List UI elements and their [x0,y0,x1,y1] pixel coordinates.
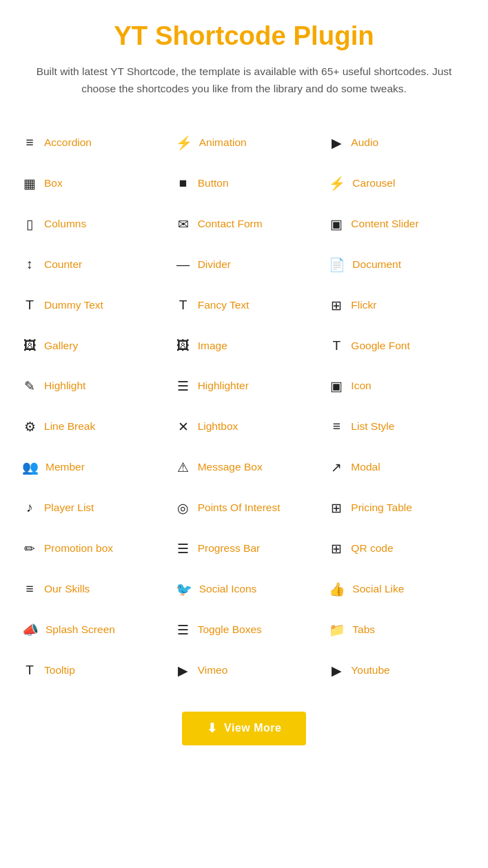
contact-form-label: Contact Form [198,218,263,230]
grid-item-columns[interactable]: ▯Columns [14,204,167,245]
message-box-label: Message Box [198,461,263,473]
highlighter-label: Highlighter [198,380,249,392]
view-more-section: ⬇ View More [14,712,474,759]
grid-item-image[interactable]: 🖼Image [167,326,321,366]
grid-item-content-slider[interactable]: ▣Content Slider [321,204,474,245]
columns-icon: ▯ [22,216,37,232]
grid-item-pricing-table[interactable]: ⊞Pricing Table [321,488,474,528]
grid-item-fancy-text[interactable]: TFancy Text [167,285,321,326]
grid-item-counter[interactable]: ↕Counter [14,245,167,285]
grid-item-tabs[interactable]: 📁Tabs [321,610,474,650]
grid-item-highlighter[interactable]: ☰Highlighter [167,366,321,406]
player-list-icon: ♪ [22,500,37,515]
points-of-interest-label: Points Of Interest [198,502,281,514]
grid-item-progress-bar[interactable]: ☰Progress Bar [167,528,321,569]
grid-item-list-style[interactable]: ≡List Style [321,406,474,447]
carousel-label: Carousel [352,177,395,189]
grid-item-promotion-box[interactable]: ✏Promotion box [14,528,167,569]
list-style-label: List Style [351,420,394,433]
highlighter-icon: ☰ [176,378,191,394]
toggle-boxes-label: Toggle Boxes [198,623,262,636]
grid-item-button[interactable]: ■Button [167,163,321,204]
member-label: Member [45,461,85,473]
youtube-icon: ▶ [329,663,344,679]
splash-screen-icon: 📣 [22,622,39,638]
grid-item-divider[interactable]: —Divider [167,245,321,285]
audio-label: Audio [351,136,378,149]
grid-item-lightbox[interactable]: ✕Lightbox [167,406,321,447]
google-font-label: Google Font [351,340,409,352]
tooltip-label: Tooltip [44,664,75,676]
document-icon: 📄 [329,257,345,273]
contact-form-icon: ✉ [176,216,191,232]
promotion-box-label: Promotion box [44,542,113,555]
grid-item-animation[interactable]: ⚡Animation [167,123,321,163]
grid-item-accordion[interactable]: ≡Accordion [14,123,167,163]
vimeo-label: Vimeo [198,664,228,676]
grid-item-vimeo[interactable]: ▶Vimeo [167,650,321,691]
button-label: Button [198,177,229,189]
grid-item-highlight[interactable]: ✎Highlight [14,366,167,406]
box-icon: ▦ [22,176,37,192]
grid-item-message-box[interactable]: ⚠Message Box [167,447,321,488]
social-like-icon: 👍 [329,581,345,597]
gallery-label: Gallery [44,340,78,352]
grid-item-splash-screen[interactable]: 📣Splash Screen [14,610,167,650]
audio-icon: ▶ [329,135,344,151]
grid-item-modal[interactable]: ↗Modal [321,447,474,488]
gallery-icon: 🖼 [22,338,37,353]
columns-label: Columns [44,218,86,230]
content-slider-label: Content Slider [351,218,418,230]
grid-item-line-break[interactable]: ⚙Line Break [14,406,167,447]
grid-item-gallery[interactable]: 🖼Gallery [14,326,167,366]
grid-item-google-font[interactable]: TGoogle Font [321,326,474,366]
view-more-button[interactable]: ⬇ View More [182,712,307,745]
grid-item-social-like[interactable]: 👍Social Like [321,569,474,610]
view-more-icon: ⬇ [207,721,218,736]
grid-item-box[interactable]: ▦Box [14,163,167,204]
highlight-icon: ✎ [22,378,37,394]
grid-item-our-skills[interactable]: ≡Our Skills [14,569,167,610]
grid-item-audio[interactable]: ▶Audio [321,123,474,163]
grid-item-player-list[interactable]: ♪Player List [14,488,167,528]
highlight-label: Highlight [44,380,85,392]
tabs-icon: 📁 [329,622,345,638]
document-label: Document [352,258,401,271]
carousel-icon: ⚡ [329,176,345,192]
dummy-text-label: Dummy Text [44,299,103,311]
grid-item-points-of-interest[interactable]: ◎Points Of Interest [167,488,321,528]
grid-item-flickr[interactable]: ⊞Flickr [321,285,474,326]
progress-bar-label: Progress Bar [198,542,261,555]
progress-bar-icon: ☰ [176,541,191,557]
grid-item-social-icons[interactable]: 🐦Social Icons [167,569,321,610]
page-wrapper: YT Shortcode Plugin Built with latest YT… [0,0,488,787]
toggle-boxes-icon: ☰ [176,622,191,638]
flickr-icon: ⊞ [329,298,344,313]
image-label: Image [198,340,227,352]
grid-item-member[interactable]: 👥Member [14,447,167,488]
youtube-label: Youtube [351,664,389,676]
accordion-icon: ≡ [22,135,37,150]
grid-item-contact-form[interactable]: ✉Contact Form [167,204,321,245]
grid-item-youtube[interactable]: ▶Youtube [321,650,474,691]
modal-icon: ↗ [329,459,344,475]
splash-screen-label: Splash Screen [45,623,115,636]
grid-item-icon[interactable]: ▣Icon [321,366,474,406]
content-slider-icon: ▣ [329,216,344,232]
animation-label: Animation [199,136,247,149]
shortcode-grid: ≡Accordion⚡Animation▶Audio▦Box■Button⚡Ca… [14,123,474,691]
grid-item-dummy-text[interactable]: TDummy Text [14,285,167,326]
grid-item-carousel[interactable]: ⚡Carousel [321,163,474,204]
lightbox-label: Lightbox [198,420,238,433]
fancy-text-label: Fancy Text [198,299,250,311]
social-like-label: Social Like [352,583,404,595]
icon-label: Icon [351,380,371,392]
grid-item-tooltip[interactable]: TTooltip [14,650,167,691]
grid-item-document[interactable]: 📄Document [321,245,474,285]
tooltip-icon: T [22,663,37,678]
tabs-label: Tabs [352,623,375,636]
grid-item-toggle-boxes[interactable]: ☰Toggle Boxes [167,610,321,650]
grid-item-qr-code[interactable]: ⊞QR code [321,528,474,569]
view-more-label: View More [224,722,281,734]
pricing-table-icon: ⊞ [329,500,344,516]
